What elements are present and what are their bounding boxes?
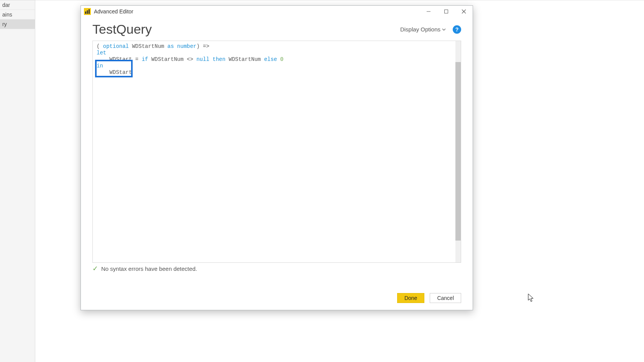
- code-editor-container: ( optional WDStartNum as number) => let …: [92, 41, 461, 263]
- sidebar-item-2[interactable]: ry: [0, 20, 35, 29]
- text-caret: [132, 70, 133, 75]
- scrollbar-thumb[interactable]: [455, 62, 461, 241]
- minimize-button[interactable]: [420, 6, 437, 17]
- sidebar-item-1[interactable]: ains: [0, 10, 35, 20]
- status-bar: ✓ No syntax errors have been detected.: [92, 264, 461, 273]
- queries-sidebar: dar ains ry: [0, 0, 35, 362]
- chevron-down-icon: [442, 26, 446, 33]
- display-options-label: Display Options: [400, 26, 440, 33]
- code-editor[interactable]: ( optional WDStartNum as number) => let …: [93, 41, 455, 262]
- svg-rect-1: [87, 10, 88, 14]
- dialog-title-text: Advanced Editor: [94, 8, 133, 15]
- dialog-footer: Done Cancel: [397, 293, 461, 303]
- svg-rect-0: [85, 11, 86, 14]
- sidebar-item-0[interactable]: dar: [0, 0, 35, 10]
- check-icon: ✓: [92, 264, 98, 273]
- scrollbar-track[interactable]: [455, 41, 461, 262]
- maximize-button[interactable]: [437, 6, 455, 17]
- dialog-titlebar: Advanced Editor: [81, 6, 473, 17]
- svg-rect-2: [89, 9, 90, 14]
- close-button[interactable]: [455, 6, 473, 17]
- status-message: No syntax errors have been detected.: [101, 265, 197, 272]
- advanced-editor-dialog: Advanced Editor TestQuery Display Option…: [80, 5, 473, 310]
- cancel-button[interactable]: Cancel: [430, 293, 461, 303]
- done-button[interactable]: Done: [397, 293, 424, 303]
- display-options-dropdown[interactable]: Display Options: [400, 26, 446, 33]
- powerbi-icon: [84, 8, 91, 15]
- query-name: TestQuery: [92, 22, 152, 37]
- dialog-header: TestQuery Display Options ?: [81, 17, 473, 39]
- help-button[interactable]: ?: [453, 25, 461, 34]
- svg-rect-4: [445, 10, 448, 13]
